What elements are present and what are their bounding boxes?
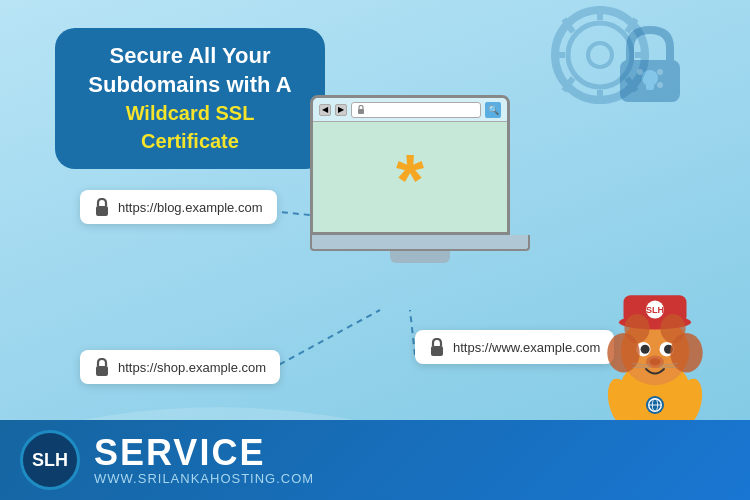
footer-logo: SLH <box>20 430 80 490</box>
lock-icon-blog <box>94 198 110 216</box>
browser-bar: ◀ ▶ 🔍 <box>313 98 507 122</box>
title-wildcard: Wildcard SSL Certificate <box>77 99 303 155</box>
svg-rect-13 <box>646 78 654 90</box>
lock-icon-www <box>429 338 445 356</box>
svg-rect-21 <box>96 206 108 216</box>
domain-url-www: https://www.example.com <box>453 340 600 355</box>
svg-point-32 <box>641 345 650 354</box>
main-container: Secure All Your Subdomains with A Wildca… <box>0 0 750 500</box>
laptop-illustration: ◀ ▶ 🔍 * <box>310 95 530 263</box>
laptop-content: * <box>313 122 507 235</box>
domain-badge-www: https://www.example.com <box>415 330 614 364</box>
footer-bar: SLH SERVICE WWW.SRILANKAHOSTING.COM <box>0 420 750 500</box>
footer-url: WWW.SRILANKAHOSTING.COM <box>94 471 314 486</box>
svg-point-39 <box>660 314 685 343</box>
browser-search-btn: 🔍 <box>485 102 501 118</box>
domain-badge-blog: https://blog.example.com <box>80 190 277 224</box>
wildcard-asterisk: * <box>396 144 424 216</box>
footer-brand: SERVICE WWW.SRILANKAHOSTING.COM <box>94 435 314 486</box>
svg-point-35 <box>650 358 661 365</box>
title-line1: Secure All Your Subdomains with A <box>77 42 303 99</box>
svg-point-14 <box>657 69 663 75</box>
svg-rect-22 <box>96 366 108 376</box>
laptop-screen: ◀ ▶ 🔍 * <box>310 95 510 235</box>
svg-rect-20 <box>358 109 364 114</box>
domain-url-shop: https://shop.example.com <box>118 360 266 375</box>
laptop-stand <box>390 251 450 263</box>
footer-service-label: SERVICE <box>94 435 314 471</box>
lock-icon-shop <box>94 358 110 376</box>
domain-badge-shop: https://shop.example.com <box>80 350 280 384</box>
big-lock-icon <box>605 20 695 110</box>
svg-point-15 <box>637 69 643 75</box>
svg-rect-23 <box>431 346 443 356</box>
laptop-base <box>310 235 530 251</box>
browser-fwd-btn: ▶ <box>335 104 347 116</box>
title-box: Secure All Your Subdomains with A Wildca… <box>55 28 325 169</box>
browser-back-btn: ◀ <box>319 104 331 116</box>
svg-text:SLH: SLH <box>646 305 664 315</box>
browser-url-bar <box>351 102 481 118</box>
svg-point-16 <box>657 82 663 88</box>
url-lock-icon <box>356 105 366 115</box>
svg-point-38 <box>624 314 649 343</box>
domain-url-blog: https://blog.example.com <box>118 200 263 215</box>
